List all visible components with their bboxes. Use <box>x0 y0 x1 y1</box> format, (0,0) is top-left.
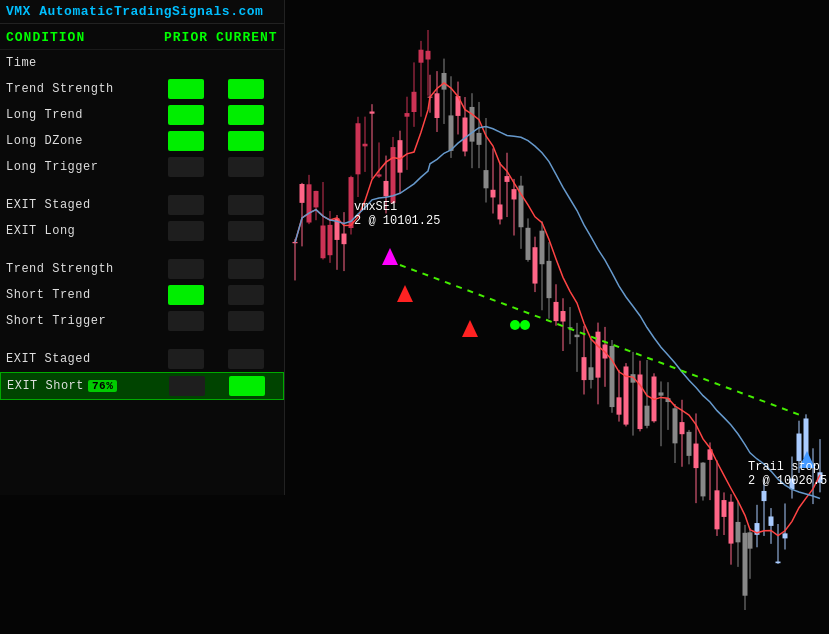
current-box-10 <box>228 285 264 305</box>
current-box-11 <box>228 311 264 331</box>
current-cell-0 <box>216 53 276 73</box>
prior-box-2 <box>168 105 204 125</box>
current-box-7 <box>228 221 264 241</box>
current-cell-1 <box>216 79 276 99</box>
signal-row-3: Long DZone <box>0 128 284 154</box>
prior-cell-2 <box>156 105 216 125</box>
prior-cell-4 <box>156 157 216 177</box>
prior-cell-14 <box>157 376 217 396</box>
row-label-11: Short Trigger <box>6 314 156 328</box>
current-header: CURRENT <box>216 30 278 45</box>
prior-cell-1 <box>156 79 216 99</box>
prior-cell-11 <box>156 311 216 331</box>
row-label-7: EXIT Long <box>6 224 156 238</box>
row-label-13: EXIT Staged <box>6 352 156 366</box>
current-cell-6 <box>216 195 276 215</box>
prior-box-9 <box>168 259 204 279</box>
signal-row-7: EXIT Long <box>0 218 284 244</box>
prior-cell-3 <box>156 131 216 151</box>
prior-box-10 <box>168 285 204 305</box>
current-box-0 <box>228 53 264 73</box>
current-cell-2 <box>216 105 276 125</box>
row-label-2: Long Trend <box>6 108 156 122</box>
row-label-0: Time <box>6 56 156 70</box>
signal-row-1: Trend Strength <box>0 76 284 102</box>
row-label-1: Trend Strength <box>6 82 156 96</box>
row-label-14: EXIT Short76% <box>7 379 157 393</box>
prior-box-4 <box>168 157 204 177</box>
prior-box-7 <box>168 221 204 241</box>
current-box-14 <box>229 376 265 396</box>
prior-box-14 <box>169 376 205 396</box>
prior-cell-10 <box>156 285 216 305</box>
row-label-10: Short Trend <box>6 288 156 302</box>
current-cell-13 <box>216 349 276 369</box>
prior-cell-13 <box>156 349 216 369</box>
prior-box-11 <box>168 311 204 331</box>
condition-header: CONDITION <box>6 30 156 45</box>
signal-row-10: Short Trend <box>0 282 284 308</box>
rows-container: TimeTrend StrengthLong TrendLong DZoneLo… <box>0 50 284 400</box>
current-cell-11 <box>216 311 276 331</box>
prior-box-13 <box>168 349 204 369</box>
vmxse1-label: vmxSE1 2 @ 10101.25 <box>354 200 440 228</box>
signal-row-2: Long Trend <box>0 102 284 128</box>
current-cell-7 <box>216 221 276 241</box>
row-label-6: EXIT Staged <box>6 198 156 212</box>
prior-header: PRIOR <box>156 30 216 45</box>
prior-cell-0 <box>156 53 216 73</box>
current-box-1 <box>228 79 264 99</box>
percentage-badge: 76% <box>88 380 117 392</box>
current-box-2 <box>228 105 264 125</box>
signal-row-13: EXIT Staged <box>0 346 284 372</box>
spacer-row <box>0 244 284 256</box>
prior-cell-9 <box>156 259 216 279</box>
signal-row-4: Long Trigger <box>0 154 284 180</box>
spacer-row <box>0 334 284 346</box>
spacer-row <box>0 180 284 192</box>
title-bar: VMX AutomaticTradingSignals.com <box>0 0 284 24</box>
signal-row-0: Time <box>0 50 284 76</box>
prior-box-0 <box>168 53 204 73</box>
current-box-4 <box>228 157 264 177</box>
prior-box-6 <box>168 195 204 215</box>
prior-box-1 <box>168 79 204 99</box>
current-cell-10 <box>216 285 276 305</box>
trail-stop-label: Trail stop 2 @ 10026.5 <box>748 460 827 488</box>
row-label-4: Long Trigger <box>6 160 156 174</box>
signal-panel: VMX AutomaticTradingSignals.com CONDITIO… <box>0 0 285 495</box>
row-label-9: Trend Strength <box>6 262 156 276</box>
signal-row-9: Trend Strength <box>0 256 284 282</box>
current-box-6 <box>228 195 264 215</box>
prior-cell-7 <box>156 221 216 241</box>
current-cell-9 <box>216 259 276 279</box>
header-row: CONDITION PRIOR CURRENT <box>0 24 284 50</box>
row-label-3: Long DZone <box>6 134 156 148</box>
title-text: VMX AutomaticTradingSignals.com <box>6 4 263 19</box>
current-box-9 <box>228 259 264 279</box>
current-cell-4 <box>216 157 276 177</box>
current-box-3 <box>228 131 264 151</box>
prior-cell-6 <box>156 195 216 215</box>
prior-box-3 <box>168 131 204 151</box>
current-box-13 <box>228 349 264 369</box>
signal-row-6: EXIT Staged <box>0 192 284 218</box>
signal-row-14: EXIT Short76% <box>0 372 284 400</box>
signal-row-11: Short Trigger <box>0 308 284 334</box>
current-cell-14 <box>217 376 277 396</box>
current-cell-3 <box>216 131 276 151</box>
